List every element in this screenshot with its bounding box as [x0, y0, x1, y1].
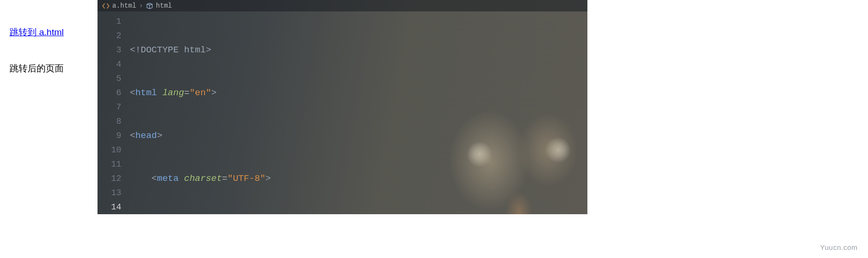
preview-subtitle: 跳转后的页面 — [10, 62, 90, 75]
line-number: 4 — [98, 57, 121, 71]
code-editor[interactable]: a.html › html 1 2 3 4 5 6 7 8 9 10 11 12… — [98, 0, 587, 214]
line-number: 13 — [98, 186, 121, 200]
line-number: 14 — [98, 200, 121, 214]
line-number: 11 — [98, 157, 121, 171]
line-number: 7 — [98, 100, 121, 114]
code-line[interactable]: <head> — [130, 129, 531, 143]
line-number: 10 — [98, 143, 121, 157]
code-line[interactable]: <meta charset="UTF-8"> — [130, 171, 531, 186]
brackets-icon — [146, 2, 153, 10]
line-number: 2 — [98, 29, 121, 43]
jump-link[interactable]: 跳转到 a.html — [10, 27, 64, 37]
line-number: 3 — [98, 43, 121, 57]
code-tag-icon — [102, 2, 109, 10]
line-number: 1 — [98, 14, 121, 29]
code-lines[interactable]: <!DOCTYPE html> <html lang="en"> <head> … — [130, 11, 531, 214]
breadcrumb[interactable]: a.html › html — [98, 0, 587, 11]
breadcrumb-symbol[interactable]: html — [156, 2, 172, 10]
breadcrumb-separator: › — [139, 2, 143, 10]
watermark: Yuucn.com — [820, 243, 858, 251]
breadcrumb-file[interactable]: a.html — [112, 2, 136, 10]
code-line[interactable]: <!DOCTYPE html> — [130, 43, 531, 57]
line-number: 9 — [98, 129, 121, 143]
line-number: 6 — [98, 86, 121, 100]
code-area[interactable]: 1 2 3 4 5 6 7 8 9 10 11 12 13 14 <!DOCTY… — [98, 11, 587, 214]
line-number: 12 — [98, 171, 121, 186]
code-line[interactable]: <html lang="en"> — [130, 86, 531, 100]
line-number: 5 — [98, 71, 121, 86]
preview-panel: 跳转到 a.html 跳转后的页面 — [10, 26, 90, 75]
line-number: 8 — [98, 114, 121, 129]
line-gutter: 1 2 3 4 5 6 7 8 9 10 11 12 13 14 — [98, 11, 130, 214]
